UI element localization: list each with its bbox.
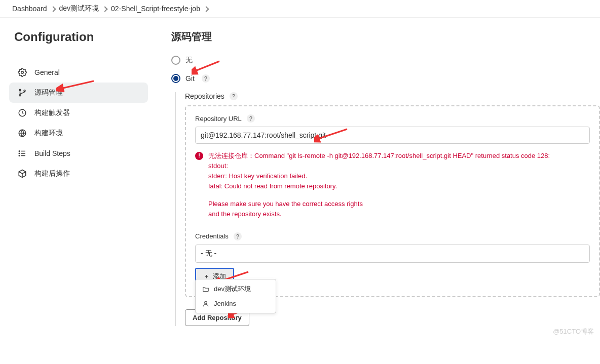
svg-point-1	[19, 89, 21, 91]
svg-point-3	[24, 90, 25, 92]
scm-option-git[interactable]: Git ?	[171, 74, 600, 83]
credentials-select[interactable]: - 无 -	[195, 245, 590, 263]
repositories-label: Repositories ?	[185, 92, 600, 100]
add-credentials-dropdown: dev测试环境 Jenkins	[195, 279, 276, 313]
page-title: Configuration	[9, 30, 148, 44]
scm-git-label: Git	[185, 74, 195, 83]
jenkins-icon	[202, 300, 210, 308]
sidebar-item-label: 源码管理	[34, 88, 63, 97]
branch-icon	[17, 88, 27, 98]
sidebar-item-general[interactable]: General	[9, 62, 148, 83]
folder-icon	[202, 285, 210, 293]
sidebar-item-label: General	[34, 68, 60, 76]
sidebar-item-label: 构建触发器	[34, 108, 70, 117]
help-icon[interactable]: ?	[202, 74, 210, 83]
repository-block: Repository URL ? ! 无法连接仓库：Command "git l…	[185, 105, 600, 297]
repo-url-input[interactable]	[195, 127, 590, 144]
chevron-right-icon	[51, 5, 55, 13]
repo-url-label: Repository URL ?	[195, 114, 590, 123]
sidebar-item-label: 构建环境	[34, 129, 63, 138]
radio-icon	[171, 56, 180, 65]
sidebar-item-label: Build Steps	[34, 149, 70, 157]
scm-option-none[interactable]: 无	[171, 56, 600, 65]
svg-point-9	[19, 151, 20, 152]
scm-none-label: 无	[185, 56, 193, 65]
sidebar-item-environment[interactable]: 构建环境	[9, 123, 148, 143]
main-content: 源码管理 无 Git ? Repositories ? Repository U…	[157, 18, 600, 338]
breadcrumb-dashboard[interactable]: Dashboard	[12, 5, 47, 13]
breadcrumb: Dashboard dev测试环境 02-Shell_Script-freest…	[0, 0, 600, 18]
list-icon	[17, 148, 27, 158]
scm-title: 源码管理	[171, 30, 600, 44]
chevron-right-icon	[204, 5, 208, 13]
dropdown-item-folder[interactable]: dev测试环境	[196, 281, 276, 297]
svg-point-2	[19, 95, 21, 96]
globe-icon	[17, 128, 27, 138]
help-icon[interactable]: ?	[230, 92, 238, 100]
svg-point-11	[19, 155, 20, 156]
credentials-label: Credentials ?	[195, 232, 590, 240]
watermark: @51CTO博客	[553, 327, 594, 336]
clock-icon	[17, 108, 27, 118]
help-icon[interactable]: ?	[234, 232, 242, 240]
svg-point-10	[19, 153, 20, 154]
package-icon	[17, 169, 27, 179]
dropdown-item-jenkins[interactable]: Jenkins	[196, 297, 276, 311]
svg-point-0	[21, 71, 24, 74]
chevron-right-icon	[103, 5, 107, 13]
breadcrumb-job[interactable]: 02-Shell_Script-freestyle-job	[111, 5, 200, 13]
breadcrumb-folder[interactable]: dev测试环境	[59, 4, 99, 13]
sidebar-item-postbuild[interactable]: 构建后操作	[9, 164, 148, 184]
error-icon: !	[195, 152, 203, 160]
svg-point-12	[205, 301, 207, 304]
sidebar-item-triggers[interactable]: 构建触发器	[9, 103, 148, 123]
repo-error-message: ! 无法连接仓库：Command "git ls-remote -h git@1…	[195, 151, 590, 219]
radio-checked-icon	[171, 74, 180, 83]
sidebar-item-scm[interactable]: 源码管理	[9, 83, 148, 103]
help-icon[interactable]: ?	[247, 114, 255, 123]
sidebar-item-steps[interactable]: Build Steps	[9, 143, 148, 164]
sidebar: Configuration General 源码管理 构建触发器 构建环境	[0, 18, 157, 338]
gear-icon	[17, 67, 27, 77]
sidebar-item-label: 构建后操作	[34, 169, 70, 178]
